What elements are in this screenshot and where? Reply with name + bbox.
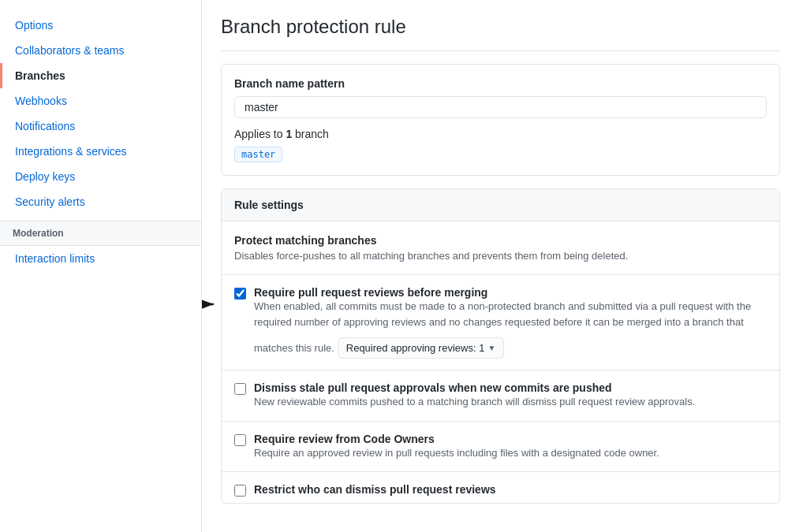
sidebar-item-deploy-keys[interactable]: Deploy keys bbox=[0, 164, 201, 189]
protect-desc: Disables force-pushes to all matching br… bbox=[234, 250, 767, 262]
sidebar-item-webhooks[interactable]: Webhooks bbox=[0, 88, 201, 113]
restrict-dismiss-label[interactable]: Restrict who can dismiss pull request re… bbox=[254, 483, 767, 496]
dismiss-stale-desc: New reviewable commits pushed to a match… bbox=[254, 396, 695, 407]
branch-pattern-body: Branch name pattern Applies to 1 branch … bbox=[222, 65, 779, 175]
sidebar-item-integrations-services[interactable]: Integrations & services bbox=[0, 139, 201, 164]
chevron-down-icon: ▼ bbox=[487, 344, 495, 352]
dismiss-stale-checkbox[interactable] bbox=[234, 383, 246, 395]
protect-matching-branches: Protect matching branches Disables force… bbox=[222, 221, 779, 275]
branch-tag: master bbox=[234, 147, 282, 162]
restrict-dismiss-checkbox[interactable] bbox=[234, 485, 246, 497]
branch-name-pattern-input[interactable] bbox=[234, 96, 767, 118]
checkbox-require-code-owners: Require review from Code Owners Require … bbox=[222, 422, 779, 473]
dismiss-stale-label[interactable]: Dismiss stale pull request approvals whe… bbox=[254, 381, 767, 394]
sidebar-item-security-alerts[interactable]: Security alerts bbox=[0, 189, 201, 214]
sidebar: Options Collaborators & teams Branches W… bbox=[0, 0, 202, 532]
checkbox-dismiss-stale: Dismiss stale pull request approvals whe… bbox=[222, 370, 779, 422]
dismiss-stale-label-group: Dismiss stale pull request approvals whe… bbox=[254, 381, 767, 410]
arrow-annotation bbox=[202, 292, 222, 316]
protect-title: Protect matching branches bbox=[234, 234, 767, 247]
main-content: Branch protection rule Branch name patte… bbox=[202, 0, 799, 532]
arrow-svg bbox=[202, 292, 222, 316]
require-code-owners-desc: Require an approved review in pull reque… bbox=[254, 447, 659, 459]
require-pr-reviews-label-group: Require pull request reviews before merg… bbox=[254, 286, 767, 359]
require-code-owners-label-group: Require review from Code Owners Require … bbox=[254, 433, 767, 461]
applies-prefix: Applies to bbox=[234, 128, 286, 140]
applies-suffix: branch bbox=[292, 128, 329, 140]
sidebar-item-interaction-limits[interactable]: Interaction limits bbox=[0, 246, 201, 271]
sidebar-item-notifications[interactable]: Notifications bbox=[0, 113, 201, 139]
rule-settings-header: Rule settings bbox=[222, 189, 779, 221]
checkboxes-container: Require pull request reviews before merg… bbox=[222, 275, 779, 503]
sidebar-item-branches[interactable]: Branches bbox=[0, 63, 201, 88]
applies-text: Applies to 1 branch bbox=[234, 128, 767, 140]
dropdown-label: Required approving reviews: 1 bbox=[346, 342, 485, 354]
branch-pattern-section: Branch name pattern Applies to 1 branch … bbox=[221, 64, 780, 176]
rule-settings-section: Rule settings Protect matching branches … bbox=[221, 188, 780, 504]
sidebar-item-options[interactable]: Options bbox=[0, 13, 201, 38]
require-pr-reviews-checkbox[interactable] bbox=[234, 288, 246, 299]
restrict-dismiss-label-group: Restrict who can dismiss pull request re… bbox=[254, 483, 767, 496]
require-code-owners-checkbox[interactable] bbox=[234, 434, 246, 446]
moderation-section-header: Moderation bbox=[0, 221, 201, 246]
checkbox-require-pr-reviews: Require pull request reviews before merg… bbox=[222, 275, 779, 370]
checkbox-restrict-dismiss: Restrict who can dismiss pull request re… bbox=[222, 472, 779, 503]
sidebar-item-collaborators-teams[interactable]: Collaborators & teams bbox=[0, 38, 201, 63]
applies-count: 1 bbox=[286, 128, 292, 140]
branch-name-pattern-label: Branch name pattern bbox=[234, 77, 767, 90]
page-title: Branch protection rule bbox=[221, 16, 780, 51]
require-code-owners-label[interactable]: Require review from Code Owners bbox=[254, 433, 767, 445]
require-pr-reviews-label[interactable]: Require pull request reviews before merg… bbox=[254, 286, 767, 299]
required-approving-reviews-dropdown[interactable]: Required approving reviews: 1 ▼ bbox=[338, 337, 505, 359]
